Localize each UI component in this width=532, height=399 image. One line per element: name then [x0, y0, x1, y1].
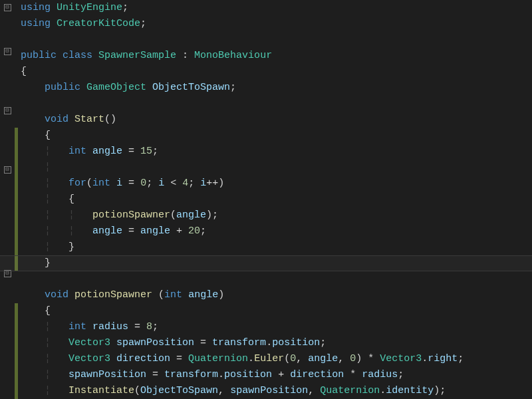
- code-line[interactable]: ¦ int radius = 8;: [21, 319, 532, 335]
- code-line[interactable]: void Start(): [21, 112, 532, 128]
- code-line[interactable]: [21, 271, 532, 287]
- code-editor[interactable]: ⊟ ⊟ ⊟ ⊟ ⊟: [0, 0, 532, 399]
- code-line[interactable]: using UnityEngine;: [21, 0, 532, 16]
- fold-toggle-icon[interactable]: ⊟: [4, 4, 11, 11]
- fold-toggle-icon[interactable]: ⊟: [4, 48, 11, 55]
- fold-gutter: ⊟ ⊟ ⊟ ⊟ ⊟: [0, 0, 15, 399]
- code-line[interactable]: ¦ ¦ potionSpawner(angle);: [21, 207, 532, 223]
- code-line[interactable]: [21, 96, 532, 112]
- code-line[interactable]: ¦ Vector3 direction = Quaternion.Euler(0…: [21, 351, 532, 367]
- fold-toggle-icon[interactable]: ⊟: [4, 107, 11, 114]
- fold-toggle-icon[interactable]: ⊟: [4, 166, 11, 174]
- code-line[interactable]: public GameObject ObjectToSpawn;: [21, 80, 532, 96]
- code-line[interactable]: {: [21, 128, 532, 144]
- code-line[interactable]: [21, 32, 532, 48]
- code-line-current[interactable]: }: [21, 255, 532, 271]
- code-line[interactable]: ¦ {: [21, 192, 532, 207]
- code-line[interactable]: ¦ for(int i = 0; i < 4; i++): [21, 176, 532, 192]
- code-area[interactable]: using UnityEngine; using CreatorKitCode;…: [18, 0, 532, 399]
- code-line[interactable]: ¦ }: [21, 239, 532, 255]
- code-line[interactable]: ¦ int angle = 15;: [21, 144, 532, 160]
- code-line[interactable]: public class SpawnerSample : MonoBehavio…: [21, 48, 532, 64]
- code-line[interactable]: using CreatorKitCode;: [21, 16, 532, 32]
- code-line[interactable]: ¦ ¦ angle = angle + 20;: [21, 223, 532, 239]
- code-line[interactable]: ¦ spawnPosition = transform.position + d…: [21, 367, 532, 383]
- code-line[interactable]: ¦: [21, 160, 532, 176]
- code-line[interactable]: ¦ Instantiate(ObjectToSpawn, spawnPositi…: [21, 383, 532, 399]
- fold-toggle-icon[interactable]: ⊟: [4, 270, 11, 277]
- code-line[interactable]: ¦ Vector3 spawnPosition = transform.posi…: [21, 335, 532, 351]
- code-line[interactable]: {: [21, 303, 532, 319]
- code-line[interactable]: void potionSpawner (int angle): [21, 287, 532, 303]
- code-line[interactable]: {: [21, 64, 532, 80]
